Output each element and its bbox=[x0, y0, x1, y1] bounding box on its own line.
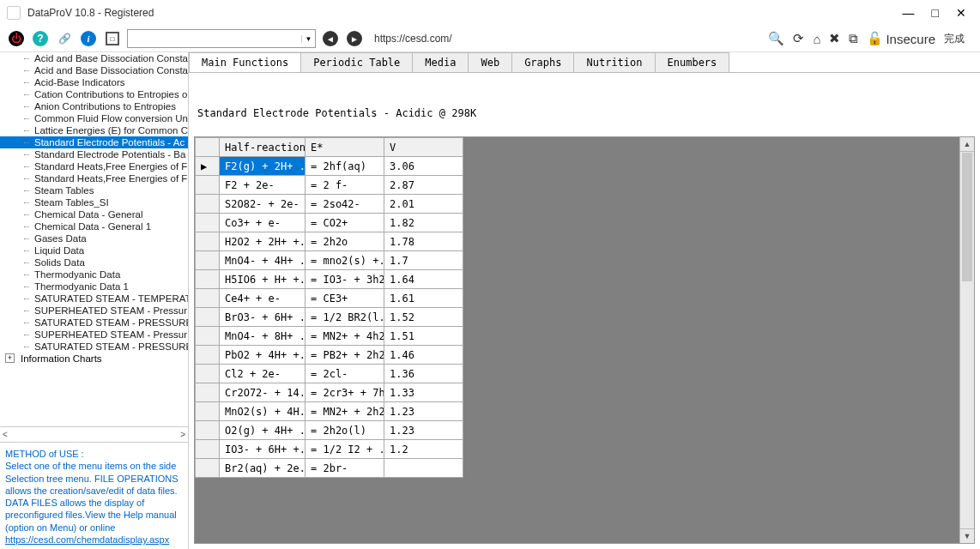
column-header[interactable]: V bbox=[384, 138, 463, 157]
row-header[interactable] bbox=[196, 327, 220, 346]
table-row[interactable]: PbO2 + 4H+ +...= PB2+ + 2h2o1.46 bbox=[196, 346, 463, 365]
help-link[interactable]: https://cesd.com/chemdatadisplay.aspx bbox=[5, 534, 169, 545]
tab-nutrition[interactable]: Nutrition bbox=[573, 52, 655, 72]
cell-half-reaction[interactable]: IO3- + 6H+ +... bbox=[220, 440, 305, 459]
tree-item[interactable]: SATURATED STEAM - TEMPERAT bbox=[0, 293, 188, 305]
cell-half-reaction[interactable]: MnO4- + 8H+ ... bbox=[220, 327, 305, 346]
tab-media[interactable]: Media bbox=[412, 52, 469, 72]
cell-half-reaction[interactable]: S2O82- + 2e- bbox=[220, 195, 305, 214]
table-row[interactable]: MnO4- + 8H+ ...= MN2+ + 4h2o1.51 bbox=[196, 327, 463, 346]
cell-half-reaction[interactable]: Cl2 + 2e- bbox=[220, 365, 305, 383]
help-button[interactable]: ? bbox=[31, 29, 50, 48]
tree-item[interactable]: SATURATED STEAM - PRESSURE bbox=[0, 317, 188, 329]
info-button[interactable]: i bbox=[79, 29, 98, 48]
row-header[interactable] bbox=[196, 346, 220, 365]
cell-half-reaction[interactable]: F2 + 2e- bbox=[220, 176, 305, 195]
cell-half-reaction[interactable]: O2(g) + 4H+ ... bbox=[220, 421, 305, 440]
column-header[interactable]: Half-reaction bbox=[220, 138, 305, 157]
row-header[interactable]: ▶ bbox=[196, 157, 220, 176]
cell-voltage[interactable]: 1.23 bbox=[384, 402, 463, 421]
nav-forward-button[interactable]: ► bbox=[345, 29, 364, 48]
cell-voltage[interactable]: 1.51 bbox=[384, 327, 463, 346]
cell-voltage[interactable]: 1.82 bbox=[384, 214, 463, 232]
tree-item[interactable]: SUPERHEATED STEAM - Pressur bbox=[0, 305, 188, 317]
cell-voltage[interactable]: 1.2 bbox=[384, 440, 463, 459]
tab-enumbers[interactable]: Enumbers bbox=[655, 52, 730, 72]
table-row[interactable]: Br2(aq) + 2e...= 2br- bbox=[196, 459, 463, 478]
url-combobox[interactable]: ▼ bbox=[127, 29, 316, 48]
tab-main-functions[interactable]: Main Functions bbox=[189, 52, 301, 72]
tree-item[interactable]: Standard Heats,Free Energies of F bbox=[0, 160, 188, 172]
tree-item[interactable]: Thermodyanic Data 1 bbox=[0, 281, 188, 293]
data-grid[interactable]: Half-reactionE*V▶F2(g) + 2H+ ...= 2hf(aq… bbox=[195, 137, 463, 478]
refresh-icon[interactable]: ⟳ bbox=[793, 31, 804, 46]
cell-voltage[interactable]: 1.52 bbox=[384, 308, 463, 327]
cell-half-reaction[interactable]: H5IO6 + H+ +... bbox=[220, 270, 305, 289]
row-header[interactable] bbox=[196, 251, 220, 270]
category-tree[interactable]: Acid and Base Dissociation ConstaAcid an… bbox=[0, 52, 188, 426]
cell-voltage[interactable] bbox=[384, 459, 463, 478]
close-button[interactable]: ✕ bbox=[956, 6, 966, 20]
row-header[interactable] bbox=[196, 402, 220, 421]
cell-voltage[interactable]: 1.33 bbox=[384, 383, 463, 402]
row-header[interactable] bbox=[196, 308, 220, 327]
table-row[interactable]: S2O82- + 2e-= 2so42-2.01 bbox=[196, 195, 463, 214]
table-row[interactable]: Cr2O72- + 14...= 2cr3+ + 7h2o1.33 bbox=[196, 383, 463, 402]
row-header[interactable] bbox=[196, 383, 220, 402]
cell-product[interactable]: = 2cr3+ + 7h2o bbox=[305, 383, 384, 402]
column-header[interactable]: E* bbox=[305, 138, 384, 157]
tree-item[interactable]: Common Fluid Flow conversion Un bbox=[0, 112, 188, 124]
table-row[interactable]: IO3- + 6H+ +...= 1/2 I2 + ...1.2 bbox=[196, 440, 463, 459]
scroollbar-thumb[interactable] bbox=[962, 153, 972, 281]
tree-item[interactable]: SUPERHEATED STEAM - Pressur bbox=[0, 329, 188, 341]
cell-half-reaction[interactable]: Co3+ + e- bbox=[220, 214, 305, 232]
cell-product[interactable]: = 2so42- bbox=[305, 195, 384, 214]
row-header[interactable] bbox=[196, 214, 220, 232]
table-row[interactable]: H2O2 + 2H+ +...= 2h2o1.78 bbox=[196, 232, 463, 251]
tree-item[interactable]: Steam Tables bbox=[0, 184, 188, 196]
cell-product[interactable]: = 2hf(aq) bbox=[305, 157, 384, 176]
cell-voltage[interactable]: 1.36 bbox=[384, 365, 463, 383]
table-row[interactable]: Cl2 + 2e-= 2cl-1.36 bbox=[196, 365, 463, 383]
row-header[interactable] bbox=[196, 176, 220, 195]
tree-item[interactable]: Standard Electrode Potentials - Ba bbox=[0, 148, 188, 160]
table-row[interactable]: H5IO6 + H+ +...= IO3- + 3h2o1.64 bbox=[196, 270, 463, 289]
tab-periodic-table[interactable]: Periodic Table bbox=[300, 52, 413, 72]
cell-half-reaction[interactable]: Br2(aq) + 2e... bbox=[220, 459, 305, 478]
cell-voltage[interactable]: 2.87 bbox=[384, 176, 463, 195]
cell-half-reaction[interactable]: Ce4+ + e- bbox=[220, 289, 305, 308]
table-row[interactable]: Ce4+ + e-= CE3+1.61 bbox=[196, 289, 463, 308]
row-header[interactable] bbox=[196, 195, 220, 214]
tree-item[interactable]: Solids Data bbox=[0, 256, 188, 268]
row-header[interactable] bbox=[196, 459, 220, 478]
cell-half-reaction[interactable]: BrO3- + 6H+ ... bbox=[220, 308, 305, 327]
power-button[interactable] bbox=[7, 29, 26, 48]
cell-product[interactable]: = 2br- bbox=[305, 459, 384, 478]
cell-half-reaction[interactable]: Cr2O72- + 14... bbox=[220, 383, 305, 402]
cell-voltage[interactable]: 1.7 bbox=[384, 251, 463, 270]
tree-item[interactable]: Standard Electrode Potentials - Ac bbox=[0, 136, 188, 148]
row-header[interactable] bbox=[196, 232, 220, 251]
table-row[interactable]: MnO2(s) + 4H...= MN2+ + 2h2o1.23 bbox=[196, 402, 463, 421]
security-indicator[interactable]: 🔓Insecure bbox=[867, 31, 935, 46]
row-header[interactable] bbox=[196, 365, 220, 383]
cell-product[interactable]: = CE3+ bbox=[305, 289, 384, 308]
cell-product[interactable]: = 2h2o bbox=[305, 232, 384, 251]
cell-product[interactable]: = IO3- + 3h2o bbox=[305, 270, 384, 289]
table-row[interactable]: O2(g) + 4H+ ...= 2h2o(l)1.23 bbox=[196, 421, 463, 440]
grid-vertical-scrollbar[interactable]: ▲ ▼ bbox=[959, 137, 974, 543]
row-header[interactable] bbox=[196, 421, 220, 440]
cell-half-reaction[interactable]: H2O2 + 2H+ +... bbox=[220, 232, 305, 251]
table-row[interactable]: Co3+ + e-= CO2+1.82 bbox=[196, 214, 463, 232]
scroll-down-button[interactable]: ▼ bbox=[960, 528, 974, 543]
cell-half-reaction[interactable]: F2(g) + 2H+ ... bbox=[220, 157, 305, 176]
cell-voltage[interactable]: 3.06 bbox=[384, 157, 463, 176]
chevron-down-icon[interactable]: ▼ bbox=[301, 35, 315, 43]
cell-product[interactable]: = 2h2o(l) bbox=[305, 421, 384, 440]
tree-horizontal-scrollbar[interactable]: < > bbox=[0, 426, 188, 442]
table-row[interactable]: F2 + 2e-= 2 f-2.87 bbox=[196, 176, 463, 195]
cell-voltage[interactable]: 1.78 bbox=[384, 232, 463, 251]
row-header[interactable] bbox=[196, 270, 220, 289]
tree-item[interactable]: Thermodyanic Data bbox=[0, 268, 188, 281]
scroll-up-button[interactable]: ▲ bbox=[960, 137, 974, 152]
